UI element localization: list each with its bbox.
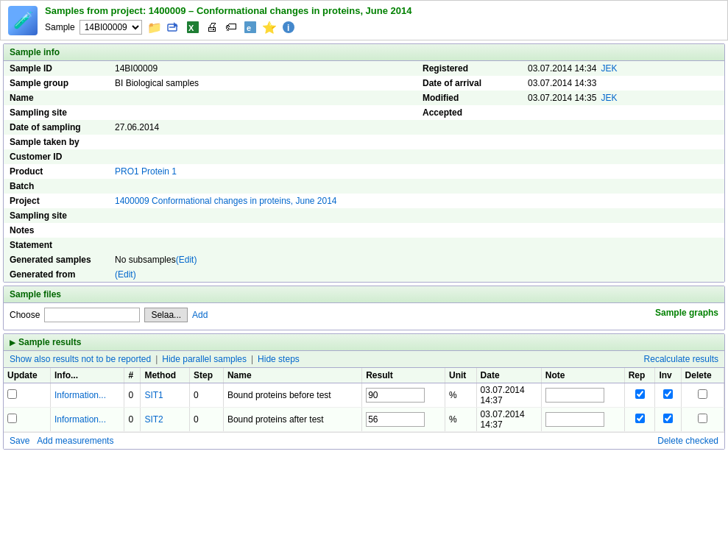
- step-cell-1: 0: [189, 408, 223, 432]
- delete-cell-1[interactable]: [681, 408, 724, 432]
- sample-row: Sample 14BI00009 📁 X 🖨 🏷 e ⭐ i: [45, 19, 412, 35]
- sample-files-header: Sample files: [4, 286, 724, 303]
- delete-cell-0[interactable]: [681, 383, 724, 408]
- sample-results-section: ▶ Sample results Show also results not t…: [3, 333, 725, 450]
- rep-cell-1[interactable]: [624, 408, 655, 432]
- file-input[interactable]: [44, 308, 140, 322]
- note-cell-0[interactable]: [541, 383, 624, 408]
- edit-icon[interactable]: e: [242, 19, 258, 35]
- col-header-unit: Unit: [445, 368, 477, 383]
- note-cell-1[interactable]: [541, 408, 624, 432]
- generated-from-edit-link[interactable]: (Edit): [115, 269, 136, 280]
- rep-cell-0[interactable]: [624, 383, 655, 408]
- browse-button[interactable]: Selaa...: [144, 308, 188, 322]
- add-measurements-link[interactable]: Add measurements: [37, 436, 113, 446]
- svg-text:X: X: [188, 24, 194, 32]
- delete-checked-link[interactable]: Delete checked: [657, 436, 718, 446]
- generated-samples-edit-link[interactable]: (Edit): [176, 255, 197, 265]
- rep-checkbox-1[interactable]: [635, 414, 645, 423]
- info-right-label-4: [417, 120, 522, 135]
- recalculate-link[interactable]: Recalculate results: [644, 354, 718, 364]
- rep-checkbox-0[interactable]: [635, 389, 645, 399]
- results-toolbar: Show also results not to be reported | H…: [4, 351, 724, 368]
- inv-checkbox-1[interactable]: [663, 414, 673, 423]
- results-toolbar-left: Show also results not to be reported | H…: [10, 354, 638, 364]
- unit-cell-1: %: [445, 408, 477, 432]
- delete-checkbox-0[interactable]: [698, 389, 707, 399]
- info-label-9: Project: [4, 194, 109, 208]
- folder-icon[interactable]: 📁: [146, 19, 163, 35]
- info-right-value-10: [522, 208, 724, 223]
- show-not-reported-link[interactable]: Show also results not to be reported: [10, 354, 151, 364]
- files-row: Choose Selaa... Add: [10, 308, 208, 322]
- project-title: Samples from project: 1400009 – Conforma…: [45, 5, 412, 16]
- info-label-2: Name: [4, 91, 109, 105]
- info-right-label-2: Modified: [417, 91, 522, 105]
- inv-checkbox-0[interactable]: [663, 389, 673, 399]
- info-right-value-0: 03.07.2014 14:34JEK: [522, 61, 724, 76]
- delete-checkbox-1[interactable]: [698, 414, 707, 423]
- info-label-7: Product: [4, 164, 109, 179]
- result-input-1[interactable]: [366, 412, 425, 427]
- method-cell-1[interactable]: SIT2: [141, 408, 190, 432]
- info-value-11: [109, 223, 417, 238]
- results-footer: Save Add measurements Delete checked: [4, 432, 724, 449]
- generated-samples-value: No subsamples(Edit): [109, 252, 417, 267]
- info-label-4: Date of sampling: [4, 120, 109, 135]
- info-right-label-10: [417, 208, 522, 223]
- info-right-value-9: [522, 194, 724, 208]
- info-cell-0[interactable]: Information...: [50, 383, 124, 408]
- info-value-7: PRO1 Protein 1: [109, 164, 417, 179]
- save-link[interactable]: Save: [10, 436, 29, 446]
- generated-table: Generated samples No subsamples(Edit) Ge…: [4, 252, 724, 282]
- col-header-inv: Inv: [655, 368, 681, 383]
- choose-label: Choose: [10, 310, 40, 320]
- note-input-0[interactable]: [545, 388, 604, 403]
- method-cell-0[interactable]: SIT1: [141, 383, 190, 408]
- svg-text:e: e: [247, 24, 251, 32]
- info-label-5: Sample taken by: [4, 135, 109, 149]
- result-cell-1[interactable]: [362, 408, 445, 432]
- info-right-label-0: Registered: [417, 61, 522, 76]
- info-label-0: Sample ID: [4, 61, 109, 76]
- update-cell-1[interactable]: [4, 408, 50, 432]
- date-cell-0: 03.07.2014 14:37: [476, 383, 541, 408]
- number-cell-0: 0: [124, 383, 141, 408]
- add-file-link[interactable]: Add: [192, 310, 208, 320]
- info-value-9: 1400009 Conformational changes in protei…: [109, 194, 417, 208]
- update-checkbox-0[interactable]: [7, 389, 17, 399]
- info-right-value-5: [522, 135, 724, 149]
- sample-select[interactable]: 14BI00009: [79, 20, 142, 35]
- excel-icon[interactable]: X: [185, 19, 201, 35]
- app-icon: 🧪: [8, 6, 38, 35]
- sample-graphs-link[interactable]: Sample graphs: [655, 308, 718, 318]
- step-cell-0: 0: [189, 383, 223, 408]
- info-icon[interactable]: i: [280, 19, 297, 35]
- hide-steps-link[interactable]: Hide steps: [258, 354, 300, 364]
- info-right-value-8: [522, 179, 724, 194]
- update-checkbox-1[interactable]: [7, 414, 17, 423]
- print-icon[interactable]: 🖨: [204, 19, 220, 35]
- inv-cell-0[interactable]: [655, 383, 681, 408]
- result-cell-0[interactable]: [362, 383, 445, 408]
- label-icon[interactable]: 🏷: [223, 19, 239, 35]
- info-cell-1[interactable]: Information...: [50, 408, 124, 432]
- star-icon[interactable]: ⭐: [261, 19, 278, 35]
- results-section-header: ▶ Sample results: [4, 334, 724, 351]
- info-right-value-11: [522, 223, 724, 238]
- info-value-10: [109, 208, 417, 223]
- update-cell-0[interactable]: [4, 383, 50, 408]
- generated-from-value: (Edit): [109, 267, 417, 282]
- hide-parallel-link[interactable]: Hide parallel samples: [162, 354, 247, 364]
- result-input-0[interactable]: [366, 388, 425, 403]
- col-header-update: Update: [4, 368, 50, 383]
- info-value-0: 14BI00009: [109, 61, 417, 76]
- col-header-result: Result: [362, 368, 445, 383]
- back-icon[interactable]: [166, 19, 182, 35]
- header-right: Samples from project: 1400009 – Conforma…: [45, 5, 412, 35]
- info-right-value-12: [522, 238, 724, 252]
- inv-cell-1[interactable]: [655, 408, 681, 432]
- sample-info-section: Sample info Sample ID14BI00009Registered…: [3, 43, 725, 283]
- name-cell-1: Bound proteins after test: [223, 408, 361, 432]
- note-input-1[interactable]: [545, 412, 604, 427]
